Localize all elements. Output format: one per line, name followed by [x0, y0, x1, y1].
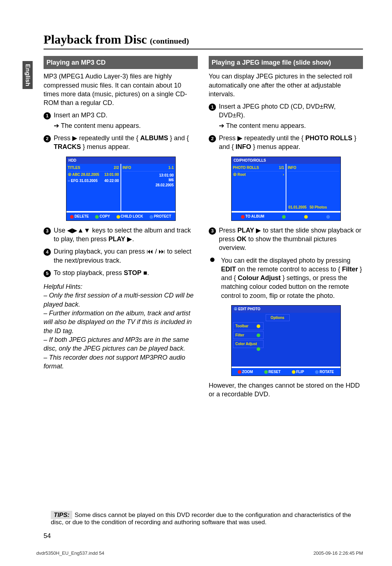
- step-2-right: 2 Press ▶ repeatedly until the { PHOTO R…: [209, 134, 363, 151]
- step-4-left: 4 During playback, you can press ⏮ / ⏭ t…: [44, 247, 198, 265]
- arrow-right-icon: ➔: [219, 122, 224, 129]
- jpeg-intro-text: You can display JPEG pictures in the sel…: [209, 72, 363, 98]
- title-main: Playback from Disc: [44, 33, 147, 46]
- step-5-left: 5 To stop playback, press STOP ■.: [44, 268, 198, 277]
- yellow-dot-icon: [292, 370, 295, 374]
- osd-screenshot-hdd: HDD TITLES2/2 ⦿ ABC 28.02.200513:01:00 ○…: [66, 157, 176, 221]
- step-number-icon: 2: [44, 135, 51, 142]
- yellow-dot-icon: [304, 215, 308, 219]
- osd-screenshot-edit: ⦿ EDIT PHOTO Options Toolbar Filter Colo…: [231, 305, 341, 376]
- prev-next-icon: ⏮ / ⏭: [147, 248, 165, 255]
- tips-footer: TIPS:Some discs cannot be played on this…: [51, 512, 363, 526]
- step-number-icon: 1: [44, 112, 51, 120]
- play-right-icon: ▶: [237, 134, 242, 142]
- closing-note: However, the changes cannot be stored on…: [209, 381, 363, 399]
- helpful-hints: Helpful Hints: – Only the first session …: [44, 282, 198, 371]
- blue-dot-icon: [326, 215, 330, 219]
- step-1-right: 1 Insert a JPEG photo CD (CD, DVD±RW, DV…: [209, 102, 363, 130]
- step-number-icon: 4: [44, 248, 51, 256]
- red-dot-icon: [70, 215, 74, 219]
- yellow-dot-icon: [117, 215, 120, 219]
- red-dot-icon: [238, 370, 241, 374]
- language-tab: English: [23, 61, 33, 89]
- green-dot-icon: [264, 370, 268, 374]
- footer-timestamp: 2005-09-16 2:26:45 PM: [313, 550, 363, 556]
- manual-page: English Playback from Disc (continued) P…: [0, 0, 392, 566]
- bullet-icon: [210, 258, 215, 262]
- print-footer: dvdr5350H_EU_Eng537.indd 54 2005-09-16 2…: [36, 550, 363, 556]
- blue-dot-icon: [150, 215, 153, 219]
- stop-icon: ■: [143, 269, 147, 276]
- step-3-right: 3 Press PLAY ▶ to start the slide show p…: [209, 226, 363, 252]
- green-dot-icon: [282, 215, 286, 219]
- step-number-icon: 3: [44, 227, 51, 235]
- play-icon: ▶: [127, 235, 132, 243]
- blue-dot-icon: [315, 370, 319, 374]
- page-number: 54: [44, 532, 51, 540]
- right-column: Playing a JPEG image file (slide show) Y…: [209, 56, 363, 399]
- section-header-jpeg: Playing a JPEG image file (slide show): [209, 56, 363, 69]
- play-icon: ▶: [256, 227, 261, 234]
- red-dot-icon: [241, 215, 245, 219]
- tips-label: TIPS:: [51, 511, 72, 519]
- mp3-intro-text: MP3 (MPEG1 Audio Layer-3) files are high…: [44, 72, 198, 107]
- green-dot-icon: [95, 215, 99, 219]
- footer-filename: dvdr5350H_EU_Eng537.indd 54: [36, 550, 104, 556]
- section-header-mp3: Playing an MP3 CD: [44, 56, 198, 69]
- step-2-left: 2 Press ▶ repeatedly until the { ALBUMS …: [44, 134, 198, 151]
- step-number-icon: 5: [44, 270, 51, 277]
- step-number-icon: 3: [209, 227, 216, 235]
- step-number-icon: 1: [209, 104, 216, 111]
- step-1-left: 1 Insert an MP3 CD. ➔ The content menu a…: [44, 111, 198, 130]
- nav-arrows-icon: ◀▶▲▼: [67, 227, 90, 234]
- play-right-icon: ▶: [72, 134, 77, 142]
- title-continued: (continued): [150, 36, 189, 45]
- arrow-right-icon: ➔: [54, 122, 59, 129]
- step-3-left: 3 Use ◀▶▲▼ keys to select the album and …: [44, 226, 198, 244]
- page-title: Playback from Disc (continued): [44, 33, 363, 49]
- osd-screenshot-photo: CD/PHOTO/ROLLS PHOTO ROLLS1/1 ⦿ Root› IN…: [231, 157, 341, 221]
- bullet-edit-photo: You can edit the displayed photo by pres…: [209, 256, 363, 300]
- step-number-icon: 2: [209, 135, 216, 142]
- left-column: Playing an MP3 CD MP3 (MPEG1 Audio Layer…: [44, 56, 198, 399]
